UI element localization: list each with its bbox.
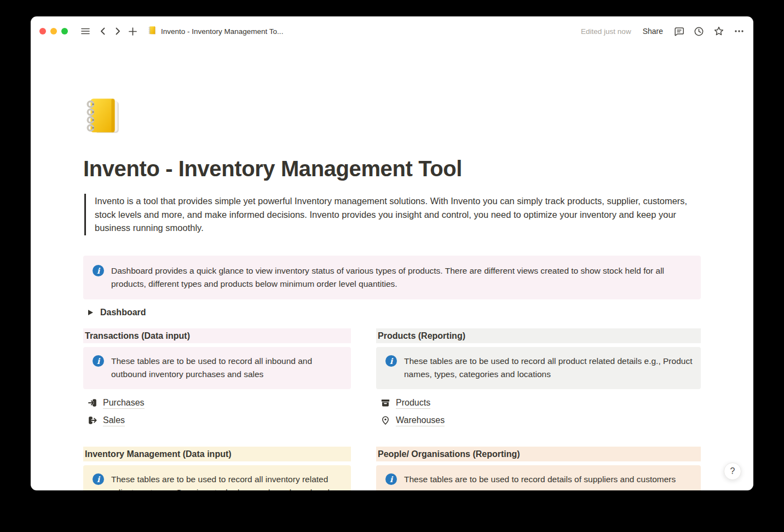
section-callout: i These tables are to be used to record … <box>83 347 351 389</box>
section-inventory-management: Inventory Management (Data input) i Thes… <box>83 447 351 490</box>
new-tab-icon[interactable] <box>128 27 137 36</box>
forward-button-icon[interactable] <box>113 27 122 36</box>
more-options-icon[interactable] <box>734 26 745 37</box>
link-label[interactable]: Sales <box>103 414 125 426</box>
link-label[interactable]: Warehouses <box>396 414 445 426</box>
link-label[interactable]: Purchases <box>103 397 145 409</box>
section-callout: i These tables are to be used to record … <box>376 347 701 389</box>
section-products: Products (Reporting) i These tables are … <box>376 328 701 431</box>
location-pin-icon <box>381 415 390 425</box>
minimize-button[interactable] <box>50 28 57 34</box>
dashboard-toggle[interactable]: Dashboard <box>83 305 146 320</box>
doc-emoji-icon <box>148 26 157 37</box>
page-link-sales[interactable]: Sales <box>83 413 351 427</box>
link-label[interactable]: Products <box>396 397 430 409</box>
comments-icon[interactable] <box>674 26 684 37</box>
help-button[interactable]: ? <box>724 462 741 480</box>
favorite-star-icon[interactable] <box>713 26 724 37</box>
section-callout: i These tables are to be used to record … <box>83 465 351 490</box>
doc-title: Invento - Inventory Management To... <box>161 27 283 36</box>
dashboard-info-callout: i Dashboard provides a quick glance to v… <box>83 256 701 299</box>
callout-text: These tables are to be used to record al… <box>111 473 348 490</box>
back-button-icon[interactable] <box>99 27 107 36</box>
section-heading: Transactions (Data input) <box>83 328 351 343</box>
exit-door-icon <box>88 415 97 425</box>
edited-status: Edited just now <box>581 27 631 36</box>
callout-text: These tables are to be used to record al… <box>404 355 697 381</box>
page-link-products[interactable]: Products <box>376 396 701 409</box>
page-emoji-ledger-icon[interactable] <box>83 96 124 136</box>
window-controls <box>39 28 68 34</box>
callout-text: These tables are to be used to record al… <box>111 355 348 381</box>
enter-door-icon <box>88 398 97 408</box>
section-callout: i These tables are to be used to record … <box>376 465 701 490</box>
info-icon: i <box>385 355 397 367</box>
quote-block: Invento is a tool that provides simple y… <box>84 194 697 235</box>
toggle-label: Dashboard <box>100 308 146 317</box>
titlebar: Invento - Inventory Management To... Edi… <box>31 16 753 46</box>
zoom-button[interactable] <box>61 28 68 34</box>
archive-box-icon <box>381 398 390 408</box>
page-link-purchases[interactable]: Purchases <box>83 396 351 409</box>
info-icon: i <box>385 473 397 485</box>
info-icon: i <box>93 355 104 367</box>
info-icon: i <box>93 265 104 276</box>
toggle-triangle-icon[interactable] <box>88 310 93 315</box>
page-link-warehouses[interactable]: Warehouses <box>376 413 701 427</box>
section-transactions: Transactions (Data input) i These tables… <box>83 328 351 431</box>
page-title: Invento - Inventory Management Tool <box>83 155 701 182</box>
sidebar-toggle-icon[interactable] <box>80 26 90 36</box>
notion-window: Invento - Inventory Management To... Edi… <box>31 16 753 490</box>
close-button[interactable] <box>39 28 46 34</box>
section-people-organisations: People/ Organisations (Reporting) i Thes… <box>376 447 701 490</box>
section-heading: People/ Organisations (Reporting) <box>376 447 701 461</box>
share-button[interactable]: Share <box>643 27 663 36</box>
callout-text: Dashboard provides a quick glance to vie… <box>111 264 692 299</box>
callout-text: These tables are to be used to record de… <box>404 473 676 490</box>
section-heading: Products (Reporting) <box>376 328 701 343</box>
history-icon[interactable] <box>694 26 704 37</box>
breadcrumb[interactable]: Invento - Inventory Management To... <box>148 26 283 37</box>
section-heading: Inventory Management (Data input) <box>83 447 351 461</box>
info-icon: i <box>93 473 104 485</box>
